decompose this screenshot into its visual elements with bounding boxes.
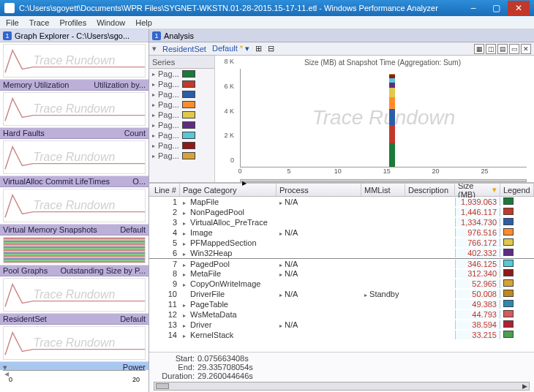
- menu-window[interactable]: Window: [97, 18, 125, 27]
- view-table-icon[interactable]: ▤: [497, 44, 508, 54]
- expand-icon[interactable]: ▾: [152, 44, 157, 53]
- col-process[interactable]: Process: [277, 184, 361, 196]
- chart-toolbar: ▾ ResidentSet Default * ▾ ⊞ ⊟ ▦ ◫ ▤ ▭ ✕: [149, 42, 534, 56]
- table-h-scrollbar[interactable]: ▶: [154, 382, 530, 391]
- menu-bar: File Trace Profiles Window Help: [0, 16, 534, 29]
- bar-segment[interactable]: [389, 78, 395, 83]
- col-description[interactable]: Description: [405, 184, 455, 196]
- series-item[interactable]: ▸Pag...: [149, 130, 214, 140]
- bar-segment[interactable]: [389, 97, 395, 109]
- col-line[interactable]: Line #: [149, 184, 180, 196]
- bar-segment[interactable]: [389, 74, 395, 75]
- maximize-button[interactable]: ▢: [485, 1, 507, 15]
- table-row[interactable]: 12▸WsMetaData44.793: [149, 309, 534, 320]
- footer-end-label: End:: [154, 363, 195, 372]
- menu-help[interactable]: Help: [135, 18, 152, 27]
- bar-segment[interactable]: [389, 109, 395, 125]
- table-row[interactable]: 8▸MetaFile▸ N/A312.340: [149, 268, 534, 279]
- graph-thumbnail[interactable]: Trace Rundown: [3, 189, 146, 222]
- minimize-button[interactable]: –: [462, 1, 484, 15]
- x-tick: 5: [287, 167, 290, 175]
- analysis-tab-bar: 1 Analysis: [149, 29, 534, 42]
- ruler-tick: 0: [9, 376, 12, 383]
- bar-segment[interactable]: [389, 88, 395, 97]
- table-row[interactable]: 2▸NonPagedPool1,446.117: [149, 207, 534, 217]
- table-row[interactable]: 11▸PageTable49.383: [149, 299, 534, 309]
- series-item[interactable]: ▸Pag...: [149, 89, 214, 99]
- table-row[interactable]: 5▸PFMappedSection766.172: [149, 238, 534, 248]
- section-header[interactable]: ResidentSetDefault: [0, 313, 148, 325]
- section-header[interactable]: Virtual Memory SnapshotsDefault: [0, 224, 148, 235]
- graph-explorer-panel: 1 Graph Explorer - C:\Users\sgo... Trace…: [0, 29, 149, 392]
- y-tick: 4 K: [224, 108, 234, 115]
- bar-segment[interactable]: [389, 83, 395, 88]
- table-row[interactable]: 6▸Win32Heap402.332: [149, 248, 534, 258]
- table-row[interactable]: 3▸VirtualAlloc_PreTrace1,334.730: [149, 217, 534, 227]
- x-tick: 0: [238, 167, 241, 175]
- section-header[interactable]: Memory UtilizationUtilization by...: [0, 79, 148, 91]
- col-page-category[interactable]: Page Category: [180, 184, 277, 196]
- section-header[interactable]: Pool GraphsOutstanding Size by P...: [0, 265, 148, 276]
- graph-thumbnail[interactable]: [3, 237, 146, 263]
- graph-thumbnail[interactable]: Trace Rundown: [3, 278, 146, 312]
- dataset-dropdown[interactable]: ResidentSet: [162, 45, 206, 53]
- series-item[interactable]: ▸Pag...: [149, 120, 214, 130]
- bar-segment[interactable]: [389, 125, 395, 143]
- y-tick: 8 K: [224, 58, 234, 65]
- view-split-icon[interactable]: ◫: [486, 44, 496, 54]
- chart-plot[interactable]: Size (MB) at Snapshot Time (Aggregation:…: [215, 56, 534, 182]
- table-row[interactable]: 9▸CopyOnWriteImage52.965: [149, 279, 534, 289]
- x-tick: 15: [383, 167, 391, 175]
- bar-segment[interactable]: [389, 75, 395, 78]
- series-item[interactable]: ▸Pag...: [149, 110, 214, 120]
- chart-x-scrollbar[interactable]: ▶: [240, 179, 527, 182]
- panel-dock-icon[interactable]: ▭: [509, 44, 519, 54]
- table-row[interactable]: 14▸KernelStack33.215: [149, 330, 534, 340]
- graph-explorer-title[interactable]: 1 Graph Explorer - C:\Users\sgo...: [0, 29, 148, 42]
- series-header[interactable]: Series: [149, 56, 214, 69]
- section-header[interactable]: VirtualAlloc Commit LifeTimesO...: [0, 176, 148, 187]
- y-tick: 6 K: [224, 83, 234, 90]
- table-row[interactable]: 1▸MapFile▸ N/A1,939.063: [149, 197, 534, 207]
- y-tick: 0: [230, 157, 234, 164]
- series-item[interactable]: ▸Pag...: [149, 69, 214, 79]
- table-row[interactable]: 4▸Image▸ N/A976.516: [149, 227, 534, 238]
- menu-trace[interactable]: Trace: [29, 18, 50, 27]
- chart-title: Size (MB) at Snapshot Time (Aggregation:…: [237, 59, 528, 69]
- ruler-tick: 20: [132, 376, 140, 383]
- footer-end: 29.335708054s: [198, 363, 253, 372]
- graph-thumbnail[interactable]: Trace Rundown: [3, 92, 146, 126]
- toolbar-icon[interactable]: ⊞: [255, 44, 262, 53]
- graph-thumbnail[interactable]: Trace Rundown: [3, 44, 146, 78]
- graph-thumbnail[interactable]: Trace Rundown: [3, 326, 146, 360]
- table-row[interactable]: 13▸Driver▸ N/A38.594: [149, 320, 534, 330]
- series-item[interactable]: ▸Pag...: [149, 99, 214, 110]
- menu-profiles[interactable]: Profiles: [59, 18, 86, 27]
- series-item[interactable]: ▸Pag...: [149, 79, 214, 89]
- table-row[interactable]: 7▸PagedPool▸ N/A346.125: [149, 258, 534, 268]
- bar-segment[interactable]: [389, 143, 395, 167]
- window-title: C:\Users\sgoyett\Documents\WPR Files\SYG…: [19, 4, 462, 12]
- series-item[interactable]: ▸Pag...: [149, 151, 214, 161]
- app-icon: [4, 3, 15, 13]
- footer-duration-label: Duration:: [154, 372, 195, 380]
- col-mmlist[interactable]: MMList: [361, 184, 405, 196]
- series-legend: Series ▸Pag...▸Pag...▸Pag...▸Pag...▸Pag.…: [149, 56, 215, 182]
- data-table: Line # Page Category Process MMList Desc…: [149, 183, 534, 392]
- col-legend[interactable]: Legend: [500, 184, 534, 196]
- graph-thumbnail[interactable]: Trace Rundown: [3, 140, 146, 174]
- series-item[interactable]: ▸Pag...: [149, 140, 214, 151]
- col-size[interactable]: Size (MB)▾: [455, 184, 500, 196]
- section-header[interactable]: Hard FaultsCount: [0, 127, 148, 139]
- preset-dropdown[interactable]: Default * ▾: [212, 44, 249, 53]
- section-header[interactable]: ▾Power: [0, 361, 148, 370]
- close-button[interactable]: ✕: [508, 1, 530, 15]
- panel-close-icon[interactable]: ✕: [521, 44, 531, 54]
- x-tick: 20: [432, 167, 440, 175]
- table-row[interactable]: 10DriverFile▸ N/A▸ Standby50.008: [149, 289, 534, 299]
- selection-footer: Start:0.075663408s End:29.335708054s Dur…: [149, 352, 534, 392]
- analysis-tab[interactable]: Analysis: [164, 31, 194, 40]
- toolbar-icon[interactable]: ⊟: [268, 44, 274, 53]
- menu-file[interactable]: File: [6, 18, 19, 27]
- view-chart-icon[interactable]: ▦: [474, 44, 484, 54]
